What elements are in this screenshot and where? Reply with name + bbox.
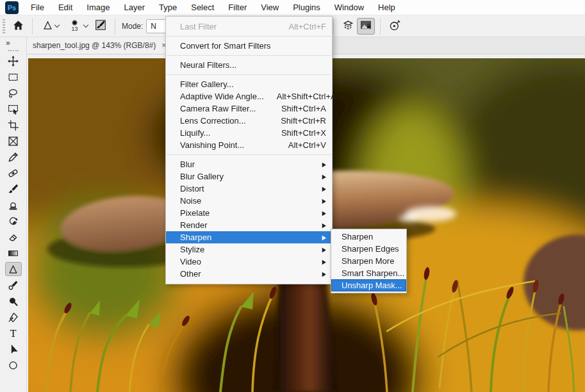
menubar-item-type[interactable]: Type xyxy=(152,0,184,15)
menubar-item-image[interactable]: Image xyxy=(79,0,117,15)
spot-healing-tool[interactable] xyxy=(5,166,22,180)
filter-menu-item-neural-filters[interactable]: Neural Filters... xyxy=(166,59,332,71)
chevron-down-icon xyxy=(54,22,60,28)
filter-menu-item-liquify[interactable]: Liquify...Shift+Ctrl+X xyxy=(166,127,332,139)
home-button[interactable] xyxy=(9,18,27,35)
brush-tool[interactable] xyxy=(5,182,22,196)
menu-item-label: Other xyxy=(180,269,201,279)
tool-preset-picker[interactable] xyxy=(38,18,66,35)
eyedropper-tool[interactable] xyxy=(5,150,22,164)
lasso-tool[interactable] xyxy=(5,86,22,100)
document-tab[interactable]: sharpen_tool.jpg @ 143% (RGB/8#) × xyxy=(27,37,172,54)
menu-item-shortcut: Shift+Ctrl+A xyxy=(268,104,326,113)
dodge-tool[interactable] xyxy=(5,294,22,308)
sharpen-submenu-item-sharpen[interactable]: Sharpen xyxy=(331,231,406,243)
move-tool-icon xyxy=(8,56,19,67)
menu-item-shortcut: Alt+Ctrl+V xyxy=(276,140,326,150)
gradient-tool[interactable] xyxy=(5,246,22,260)
spot-healing-tool-icon xyxy=(8,168,19,179)
menubar-item-edit[interactable]: Edit xyxy=(51,0,79,15)
menu-item-label: Sharpen More xyxy=(342,256,394,266)
sharpen-submenu-item-smart-sharpen[interactable]: Smart Sharpen... xyxy=(331,267,406,279)
sharpen-submenu-item-unsharp-mask[interactable]: Unsharp Mask... xyxy=(331,279,406,291)
filter-menu-item-distort[interactable]: Distort▶ xyxy=(166,183,332,195)
filter-menu-item-other[interactable]: Other▶ xyxy=(166,268,332,280)
filter-menu-item-adaptive-wide-angle[interactable]: Adaptive Wide Angle...Alt+Shift+Ctrl+A xyxy=(166,90,332,102)
type-tool-icon: T xyxy=(8,328,19,339)
tools-panel-grip[interactable] xyxy=(8,50,19,51)
filter-menu-item-sharpen[interactable]: Sharpen▶ xyxy=(166,231,332,243)
menu-item-label: Blur xyxy=(180,159,195,169)
menu-item-label: Sharpen Edges xyxy=(342,244,399,254)
menu-item-label: Noise xyxy=(180,196,201,206)
menubar-item-filter[interactable]: Filter xyxy=(221,0,254,15)
filter-menu-item-video[interactable]: Video▶ xyxy=(166,256,332,268)
menu-item-label: Convert for Smart Filters xyxy=(180,41,271,51)
history-brush-tool[interactable] xyxy=(5,214,22,228)
object-selection-tool[interactable] xyxy=(5,102,22,116)
path-selection-tool[interactable] xyxy=(5,342,22,356)
submenu-arrow-icon: ▶ xyxy=(322,234,326,241)
filter-menu-item-blur[interactable]: Blur▶ xyxy=(166,158,332,170)
menubar-item-help[interactable]: Help xyxy=(371,0,402,15)
pen-tool[interactable] xyxy=(5,310,22,324)
menubar-item-layer[interactable]: Layer xyxy=(117,0,152,15)
menu-item-label: Neural Filters... xyxy=(180,60,236,70)
crop-tool-icon xyxy=(8,120,19,131)
targeted-adjustment-button[interactable] xyxy=(386,18,404,35)
filter-menu: Last FilterAlt+Ctrl+FConvert for Smart F… xyxy=(165,16,333,284)
sharpen-tool[interactable] xyxy=(5,262,22,276)
clone-stamp-tool[interactable] xyxy=(5,198,22,212)
pen-tool-icon xyxy=(8,312,19,323)
brush-settings-button[interactable] xyxy=(92,18,110,35)
filter-menu-item-filter-gallery[interactable]: Filter Gallery... xyxy=(166,78,332,90)
ellipse-tool-icon xyxy=(8,360,19,371)
frame-tool[interactable] xyxy=(5,134,22,148)
filter-menu-item-camera-raw-filter[interactable]: Camera Raw Filter...Shift+Ctrl+A xyxy=(166,102,332,115)
mixer-brush-tool[interactable] xyxy=(5,278,22,292)
move-tool[interactable] xyxy=(5,54,22,68)
menu-item-label: Smart Sharpen... xyxy=(342,268,404,278)
filter-menu-item-stylize[interactable]: Stylize▶ xyxy=(166,243,332,256)
menu-item-shortcut: Shift+Ctrl+X xyxy=(268,128,326,138)
menu-item-label: Vanishing Point... xyxy=(180,140,244,150)
brush-size-value: 13 xyxy=(71,26,78,32)
menubar-item-view[interactable]: View xyxy=(254,0,286,15)
sample-all-layers-button[interactable] xyxy=(339,18,357,35)
options-divider xyxy=(380,18,381,35)
menubar-item-window[interactable]: Window xyxy=(327,0,371,15)
clone-stamp-tool-icon xyxy=(8,200,19,211)
filter-menu-item-lens-correction[interactable]: Lens Correction...Shift+Ctrl+R xyxy=(166,115,332,127)
sharpen-submenu-item-sharpen-edges[interactable]: Sharpen Edges xyxy=(331,243,406,255)
submenu-arrow-icon: ▶ xyxy=(322,246,326,253)
filter-menu-item-render[interactable]: Render▶ xyxy=(166,219,332,231)
protect-image-button[interactable] xyxy=(357,18,375,35)
filter-menu-item-convert-for-smart-filters[interactable]: Convert for Smart Filters xyxy=(166,40,332,52)
menu-item-label: Pixelate xyxy=(180,208,210,218)
path-selection-tool-icon xyxy=(8,344,19,355)
crop-tool[interactable] xyxy=(5,118,22,132)
rect-marquee-tool[interactable] xyxy=(5,70,22,84)
menubar-item-plugins[interactable]: Plugins xyxy=(286,0,327,15)
options-divider xyxy=(333,18,334,35)
filter-menu-item-last-filter[interactable]: Last FilterAlt+Ctrl+F xyxy=(166,20,332,33)
eraser-tool[interactable] xyxy=(5,230,22,244)
menu-item-label: Filter Gallery... xyxy=(180,79,234,89)
ellipse-tool[interactable] xyxy=(5,358,22,372)
home-icon xyxy=(13,20,24,33)
brush-size-picker[interactable]: 13 xyxy=(66,18,92,35)
menu-item-label: Render xyxy=(180,220,208,230)
filter-menu-item-vanishing-point[interactable]: Vanishing Point...Alt+Ctrl+V xyxy=(166,139,332,151)
collapse-tools-button[interactable]: » xyxy=(6,39,10,47)
menu-separator xyxy=(167,55,331,56)
type-tool[interactable]: T xyxy=(5,326,22,340)
filter-menu-item-blur-gallery[interactable]: Blur Gallery▶ xyxy=(166,170,332,183)
menu-item-label: Blur Gallery xyxy=(180,172,224,181)
sharpen-submenu-item-sharpen-more[interactable]: Sharpen More xyxy=(331,255,406,267)
filter-menu-item-noise[interactable]: Noise▶ xyxy=(166,195,332,207)
options-bar-grip[interactable] xyxy=(3,19,5,33)
menubar-item-select[interactable]: Select xyxy=(184,0,221,15)
filter-menu-item-pixelate[interactable]: Pixelate▶ xyxy=(166,207,332,219)
menubar-item-file[interactable]: File xyxy=(24,0,51,15)
photoshop-logo-icon[interactable]: Ps xyxy=(5,1,19,14)
